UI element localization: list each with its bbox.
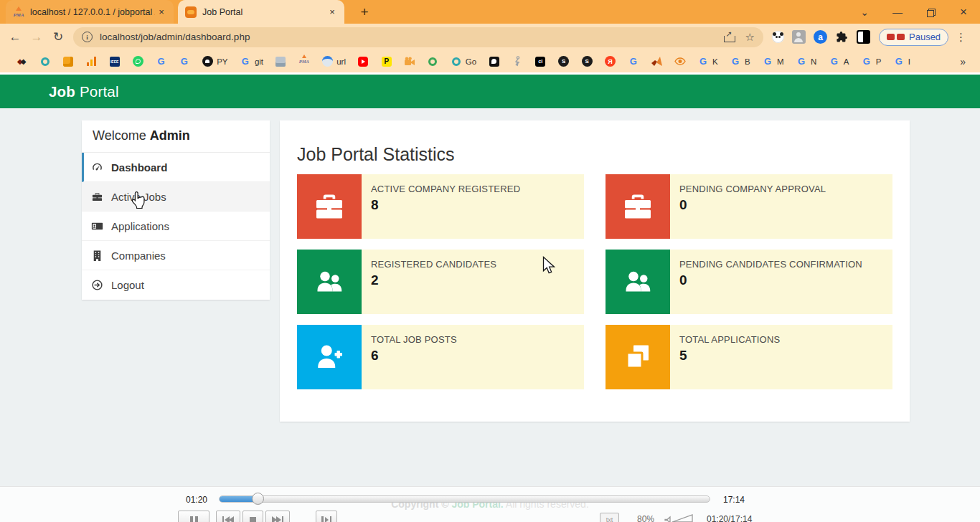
address-bar[interactable]: i localhost/job/admin/dashboard.php ☆	[73, 27, 763, 47]
window-controls: ⌄ — ×	[848, 0, 980, 24]
player-seekbar[interactable]	[219, 495, 710, 503]
bookmark-google[interactable]: G	[149, 53, 172, 70]
building-icon	[91, 250, 103, 262]
pause-button[interactable]	[178, 511, 209, 522]
bookmark-green-ring[interactable]	[421, 53, 444, 70]
bookmark-github-py[interactable]: PY	[196, 53, 234, 70]
bookmark-google[interactable]: G	[622, 53, 645, 70]
runner-icon	[512, 56, 523, 67]
bookmark-cl-badge[interactable]: cl	[529, 53, 552, 70]
sidebar-item-dashboard[interactable]: Dashboard	[82, 153, 270, 182]
browser-toolbar: ← → ↻ i localhost/job/admin/dashboard.ph…	[0, 24, 980, 50]
url-text[interactable]: localhost/job/admin/dashboard.php	[100, 32, 724, 42]
bookmark-google[interactable]: G	[173, 53, 196, 70]
paused-extension-pill[interactable]: Paused	[879, 29, 948, 46]
app-brand[interactable]: Job Portal	[49, 83, 119, 100]
tab-job-portal[interactable]: Job Portal ×	[178, 0, 344, 24]
stop-button[interactable]	[242, 511, 263, 522]
volume-icon[interactable]	[664, 513, 694, 522]
stat-card-body: PENDING CANDIDATES CONFIRMATION 0	[670, 250, 892, 314]
xampp-favicon	[185, 6, 197, 18]
bookmark-yellow-p[interactable]: P	[375, 53, 398, 70]
google-icon: G	[762, 56, 773, 67]
forward-button[interactable]: →	[26, 27, 47, 48]
stat-card-active-companies: ACTIVE COMPANY REGISTERED 8	[297, 174, 584, 239]
fast-forward-button[interactable]	[265, 511, 290, 522]
briefcase-icon	[606, 174, 670, 239]
bookmark-dark-globe[interactable]: S	[575, 53, 598, 70]
bookmark-pma[interactable]: PMA	[293, 53, 316, 70]
bookmark-google-n[interactable]: GN	[790, 53, 823, 70]
bookmark-teal-ring-go[interactable]: Go	[445, 53, 483, 70]
bookmark-youtube[interactable]	[352, 53, 374, 70]
tab-close-icon[interactable]: ×	[326, 6, 339, 19]
site-info-icon[interactable]: i	[82, 32, 93, 42]
bookmark-label: B	[745, 57, 750, 66]
statistics-title: Job Portal Statistics	[297, 144, 910, 165]
browser-menu-button[interactable]: ⋮	[956, 31, 966, 44]
sidebar-item-logout[interactable]: Logout	[82, 270, 270, 300]
google-icon: G	[829, 56, 840, 67]
bookmark-teal-ring[interactable]	[33, 53, 56, 70]
bookmark-star-icon[interactable]: ☆	[745, 31, 755, 44]
subtitle-txt-button[interactable]: txt	[600, 513, 619, 522]
tab-close-icon[interactable]: ×	[155, 6, 168, 19]
bookmark-google-b[interactable]: GB	[724, 53, 756, 70]
bookmark-ieee-badge[interactable]: IEEE	[103, 53, 126, 70]
panda-extension-icon[interactable]	[772, 31, 784, 43]
extensions-puzzle-icon[interactable]	[835, 30, 849, 44]
share-icon[interactable]	[724, 32, 735, 42]
player-time-display: 01:20/17:14	[707, 514, 752, 522]
matlab-icon	[651, 56, 662, 67]
welcome-header: Welcome Admin	[82, 120, 270, 153]
eye-icon	[674, 56, 686, 67]
bookmark-google-m[interactable]: GM	[756, 53, 790, 70]
youtube-icon	[357, 56, 369, 67]
bookmarks-overflow-chevron[interactable]: »	[960, 56, 973, 67]
sidebar-item-active-jobs[interactable]: Active Jobs	[82, 182, 270, 212]
new-tab-button[interactable]: +	[356, 4, 373, 21]
restore-button[interactable]	[914, 0, 947, 24]
sidebar-item-applications[interactable]: Applications	[82, 212, 270, 241]
a-extension-icon[interactable]: a	[814, 30, 827, 44]
extensions-area: a	[772, 30, 870, 44]
minimize-button[interactable]: —	[881, 0, 914, 24]
bookmark-matlab[interactable]	[645, 53, 668, 70]
google-icon: G	[893, 56, 905, 67]
bookmark-bars-chart[interactable]	[80, 53, 103, 70]
bookmark-gray-tool[interactable]	[269, 53, 292, 70]
bookmark-google-a[interactable]: GA	[823, 53, 855, 70]
dark-globe-icon: S	[558, 56, 570, 67]
rewind-button[interactable]	[216, 511, 240, 522]
reload-button[interactable]: ↻	[47, 27, 69, 48]
bookmark-google-git[interactable]: Ggit	[234, 53, 270, 70]
bookmark-runner[interactable]	[506, 53, 529, 70]
bookmark-google-i[interactable]: GI	[887, 53, 917, 70]
bookmark-dark-globe[interactable]: S	[552, 53, 575, 70]
bookmark-diamonds[interactable]: ◆◆	[10, 53, 33, 70]
bookmark-google-p[interactable]: GP	[855, 53, 887, 70]
bookmark-eye[interactable]	[668, 53, 691, 70]
google-icon: G	[796, 56, 807, 67]
tab-phpmyadmin[interactable]: PMA localhost / 127.0.0.1 / jobportal / …	[6, 0, 174, 24]
bookmark-blue-arc-url[interactable]: url	[316, 53, 352, 70]
tab-search-chevron-icon[interactable]: ⌄	[848, 0, 881, 24]
restore-icon	[927, 9, 934, 16]
bookmark-whatsapp[interactable]	[126, 53, 149, 70]
blue-arc-icon	[321, 56, 333, 67]
player-zoom-level: 80%	[637, 514, 654, 522]
step-button[interactable]	[316, 511, 337, 522]
bookmark-camera[interactable]	[398, 53, 421, 70]
back-button[interactable]: ←	[4, 27, 26, 48]
close-button[interactable]: ×	[947, 0, 980, 24]
sidebar-item-companies[interactable]: Companies	[82, 241, 270, 270]
darkreader-extension-icon[interactable]	[857, 30, 870, 44]
bookmark-bird[interactable]	[482, 53, 505, 70]
bookmark-google-k[interactable]: GK	[692, 53, 724, 70]
bookmark-orange-cube[interactable]	[57, 53, 80, 70]
stat-label: TOTAL APPLICATIONS	[679, 334, 892, 345]
bookmark-yandex[interactable]: Я	[598, 53, 621, 70]
bars-chart-icon	[85, 56, 97, 67]
player-seekbar-thumb[interactable]	[252, 493, 264, 505]
person-extension-icon[interactable]	[792, 30, 806, 44]
